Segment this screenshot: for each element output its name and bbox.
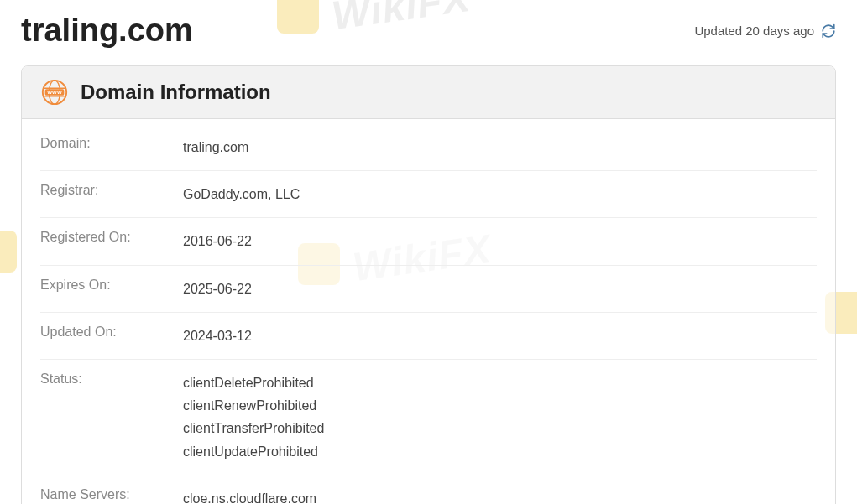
- card-header: WWW Domain Information: [22, 66, 835, 119]
- info-label: Domain:: [40, 136, 183, 158]
- info-row-registrar: Registrar: GoDaddy.com, LLC: [40, 171, 817, 218]
- info-value: 2025-06-22: [183, 278, 252, 300]
- info-row-name-servers: Name Servers: cloe.ns.cloudflare.com lee…: [40, 475, 817, 504]
- www-icon: WWW: [40, 78, 69, 107]
- info-value: cloe.ns.cloudflare.com lee.ns.cloudflare…: [183, 487, 316, 504]
- info-label: Updated On:: [40, 325, 183, 347]
- domain-title: traling.com: [21, 13, 193, 49]
- info-row-domain: Domain: traling.com: [40, 124, 817, 171]
- info-row-updated-on: Updated On: 2024-03-12: [40, 313, 817, 360]
- info-value: 2016-06-22: [183, 230, 252, 252]
- card-title: Domain Information: [81, 81, 271, 104]
- info-row-status: Status: clientDeleteProhibited clientRen…: [40, 360, 817, 475]
- info-value: traling.com: [183, 136, 248, 158]
- info-label: Expires On:: [40, 278, 183, 300]
- info-row-registered-on: Registered On: 2016-06-22: [40, 218, 817, 265]
- info-label: Registrar:: [40, 183, 183, 205]
- svg-text:WWW: WWW: [47, 89, 62, 95]
- domain-info-card: WWW Domain Information Domain: traling.c…: [21, 65, 836, 504]
- info-value: clientDeleteProhibited clientRenewProhib…: [183, 372, 324, 463]
- info-value: 2024-03-12: [183, 325, 252, 347]
- refresh-icon[interactable]: [821, 23, 836, 39]
- info-row-expires-on: Expires On: 2025-06-22: [40, 266, 817, 313]
- card-body: Domain: traling.com Registrar: GoDaddy.c…: [22, 119, 835, 504]
- info-label: Name Servers:: [40, 487, 183, 504]
- info-value: GoDaddy.com, LLC: [183, 183, 300, 205]
- updated-text: Updated 20 days ago: [694, 23, 814, 38]
- info-label: Registered On:: [40, 230, 183, 252]
- updated-info: Updated 20 days ago: [694, 23, 836, 39]
- info-label: Status:: [40, 372, 183, 463]
- page-header: traling.com Updated 20 days ago: [21, 13, 836, 49]
